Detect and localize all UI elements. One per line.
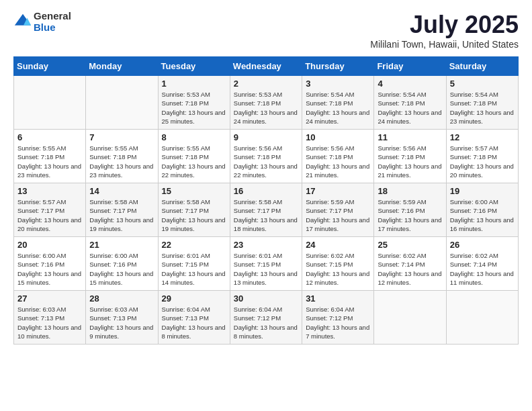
day-cell	[14, 76, 86, 130]
day-cell: 3Sunrise: 5:54 AM Sunset: 7:18 PM Daylig…	[302, 76, 374, 130]
day-number: 13	[17, 186, 82, 196]
day-info: Sunrise: 6:00 AM Sunset: 7:16 PM Dayligh…	[17, 251, 82, 287]
day-number: 27	[17, 293, 82, 304]
day-info: Sunrise: 5:55 AM Sunset: 7:18 PM Dayligh…	[89, 144, 154, 179]
day-info: Sunrise: 6:02 AM Sunset: 7:14 PM Dayligh…	[378, 251, 442, 287]
day-cell: 17Sunrise: 5:59 AM Sunset: 7:17 PM Dayli…	[302, 183, 374, 237]
day-number: 26	[450, 240, 515, 250]
day-cell: 31Sunrise: 6:04 AM Sunset: 7:12 PM Dayli…	[302, 291, 374, 345]
day-cell: 25Sunrise: 6:02 AM Sunset: 7:14 PM Dayli…	[374, 237, 446, 291]
day-cell: 5Sunrise: 5:54 AM Sunset: 7:18 PM Daylig…	[446, 76, 518, 130]
day-cell: 11Sunrise: 5:56 AM Sunset: 7:18 PM Dayli…	[374, 130, 446, 183]
header-cell-tuesday: Tuesday	[158, 57, 230, 76]
day-info: Sunrise: 6:04 AM Sunset: 7:12 PM Dayligh…	[306, 305, 370, 340]
day-cell: 21Sunrise: 6:00 AM Sunset: 7:16 PM Dayli…	[86, 237, 158, 291]
day-info: Sunrise: 5:54 AM Sunset: 7:18 PM Dayligh…	[306, 90, 370, 126]
page-header: General Blue July 2025 Mililani Town, Ha…	[13, 11, 519, 50]
logo-general-text: General	[34, 11, 71, 22]
location-title: Mililani Town, Hawaii, United States	[370, 39, 519, 50]
day-info: Sunrise: 6:03 AM Sunset: 7:13 PM Dayligh…	[89, 305, 154, 340]
header-cell-wednesday: Wednesday	[230, 57, 302, 76]
day-info: Sunrise: 6:01 AM Sunset: 7:15 PM Dayligh…	[234, 251, 298, 287]
day-number: 7	[89, 132, 154, 142]
month-title: July 2025	[370, 11, 519, 39]
week-row-4: 20Sunrise: 6:00 AM Sunset: 7:16 PM Dayli…	[14, 237, 519, 291]
day-cell: 10Sunrise: 5:56 AM Sunset: 7:18 PM Dayli…	[302, 130, 374, 183]
logo-icon	[13, 13, 32, 32]
day-number: 8	[162, 132, 226, 142]
day-cell: 4Sunrise: 5:54 AM Sunset: 7:18 PM Daylig…	[374, 76, 446, 130]
day-number: 23	[234, 240, 298, 250]
day-number: 30	[234, 293, 298, 304]
header-cell-monday: Monday	[86, 57, 158, 76]
day-info: Sunrise: 6:00 AM Sunset: 7:16 PM Dayligh…	[89, 251, 154, 287]
logo: General Blue	[13, 11, 71, 33]
day-number: 1	[162, 79, 226, 89]
header-cell-sunday: Sunday	[14, 57, 86, 76]
day-info: Sunrise: 6:03 AM Sunset: 7:13 PM Dayligh…	[17, 305, 82, 340]
day-number: 3	[306, 79, 370, 89]
day-info: Sunrise: 5:53 AM Sunset: 7:18 PM Dayligh…	[234, 90, 298, 126]
day-number: 11	[378, 132, 442, 142]
day-info: Sunrise: 5:59 AM Sunset: 7:17 PM Dayligh…	[306, 197, 370, 233]
day-cell: 29Sunrise: 6:04 AM Sunset: 7:13 PM Dayli…	[158, 291, 230, 345]
day-info: Sunrise: 6:00 AM Sunset: 7:16 PM Dayligh…	[450, 197, 515, 233]
day-info: Sunrise: 5:56 AM Sunset: 7:18 PM Dayligh…	[306, 144, 370, 179]
day-number: 2	[234, 79, 298, 89]
week-row-1: 1Sunrise: 5:53 AM Sunset: 7:18 PM Daylig…	[14, 76, 519, 130]
day-number: 24	[306, 240, 370, 250]
title-area: July 2025 Mililani Town, Hawaii, United …	[370, 11, 519, 50]
day-number: 31	[306, 293, 370, 304]
day-number: 4	[378, 79, 442, 89]
day-number: 29	[162, 293, 226, 304]
day-info: Sunrise: 5:56 AM Sunset: 7:18 PM Dayligh…	[234, 144, 298, 179]
day-info: Sunrise: 6:02 AM Sunset: 7:14 PM Dayligh…	[450, 251, 515, 287]
header-cell-friday: Friday	[374, 57, 446, 76]
day-cell: 13Sunrise: 5:57 AM Sunset: 7:17 PM Dayli…	[14, 183, 86, 237]
day-info: Sunrise: 5:56 AM Sunset: 7:18 PM Dayligh…	[378, 144, 442, 179]
day-info: Sunrise: 5:57 AM Sunset: 7:18 PM Dayligh…	[450, 144, 515, 179]
calendar-table: SundayMondayTuesdayWednesdayThursdayFrid…	[13, 56, 519, 345]
day-number: 25	[378, 240, 442, 250]
day-cell: 27Sunrise: 6:03 AM Sunset: 7:13 PM Dayli…	[14, 291, 86, 345]
day-number: 10	[306, 132, 370, 142]
day-cell	[374, 291, 446, 345]
day-cell	[86, 76, 158, 130]
day-info: Sunrise: 5:54 AM Sunset: 7:18 PM Dayligh…	[450, 90, 515, 126]
day-number: 19	[450, 186, 515, 196]
day-cell: 9Sunrise: 5:56 AM Sunset: 7:18 PM Daylig…	[230, 130, 302, 183]
header-cell-saturday: Saturday	[446, 57, 518, 76]
day-cell	[446, 291, 518, 345]
day-number: 18	[378, 186, 442, 196]
day-info: Sunrise: 5:58 AM Sunset: 7:17 PM Dayligh…	[234, 197, 298, 233]
calendar-header: SundayMondayTuesdayWednesdayThursdayFrid…	[14, 57, 519, 76]
logo-blue-text: Blue	[34, 22, 71, 34]
logo-text: General Blue	[34, 11, 71, 33]
day-cell: 12Sunrise: 5:57 AM Sunset: 7:18 PM Dayli…	[446, 130, 518, 183]
day-cell: 6Sunrise: 5:55 AM Sunset: 7:18 PM Daylig…	[14, 130, 86, 183]
calendar-body: 1Sunrise: 5:53 AM Sunset: 7:18 PM Daylig…	[14, 76, 519, 345]
header-row: SundayMondayTuesdayWednesdayThursdayFrid…	[14, 57, 519, 76]
day-info: Sunrise: 5:58 AM Sunset: 7:17 PM Dayligh…	[89, 197, 154, 233]
day-cell: 19Sunrise: 6:00 AM Sunset: 7:16 PM Dayli…	[446, 183, 518, 237]
day-cell: 16Sunrise: 5:58 AM Sunset: 7:17 PM Dayli…	[230, 183, 302, 237]
day-number: 9	[234, 132, 298, 142]
day-cell: 28Sunrise: 6:03 AM Sunset: 7:13 PM Dayli…	[86, 291, 158, 345]
day-info: Sunrise: 5:58 AM Sunset: 7:17 PM Dayligh…	[162, 197, 226, 233]
day-cell: 7Sunrise: 5:55 AM Sunset: 7:18 PM Daylig…	[86, 130, 158, 183]
day-number: 17	[306, 186, 370, 196]
day-cell: 18Sunrise: 5:59 AM Sunset: 7:16 PM Dayli…	[374, 183, 446, 237]
day-info: Sunrise: 5:53 AM Sunset: 7:18 PM Dayligh…	[162, 90, 226, 126]
week-row-5: 27Sunrise: 6:03 AM Sunset: 7:13 PM Dayli…	[14, 291, 519, 345]
day-info: Sunrise: 6:02 AM Sunset: 7:15 PM Dayligh…	[306, 251, 370, 287]
day-number: 20	[17, 240, 82, 250]
day-info: Sunrise: 5:59 AM Sunset: 7:16 PM Dayligh…	[378, 197, 442, 233]
day-number: 22	[162, 240, 226, 250]
day-number: 16	[234, 186, 298, 196]
day-cell: 14Sunrise: 5:58 AM Sunset: 7:17 PM Dayli…	[86, 183, 158, 237]
day-info: Sunrise: 5:57 AM Sunset: 7:17 PM Dayligh…	[17, 197, 82, 233]
day-number: 21	[89, 240, 154, 250]
day-info: Sunrise: 6:01 AM Sunset: 7:15 PM Dayligh…	[162, 251, 226, 287]
day-info: Sunrise: 5:54 AM Sunset: 7:18 PM Dayligh…	[378, 90, 442, 126]
week-row-3: 13Sunrise: 5:57 AM Sunset: 7:17 PM Dayli…	[14, 183, 519, 237]
